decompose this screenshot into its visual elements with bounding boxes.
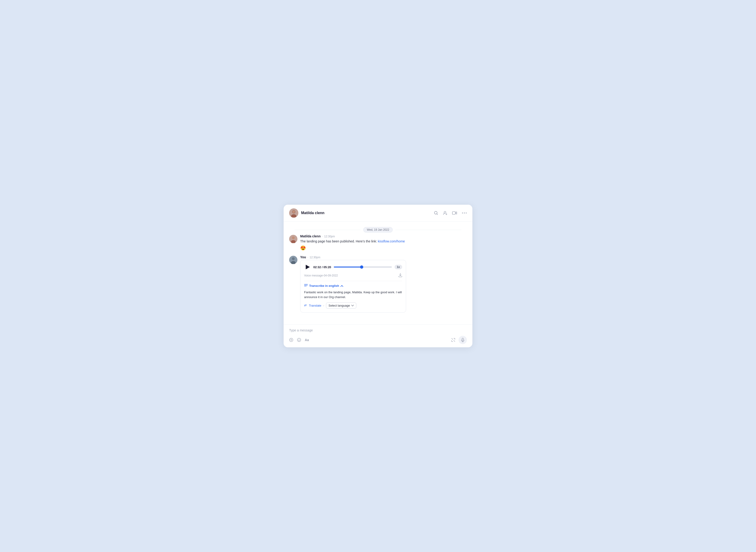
matilda-name: Matilda clenn [300,234,321,238]
message-row-you: You · 12:30pm 02:32 / 05:20 [289,255,467,312]
transcript-text: Fantastic work on the landing page, Mati… [304,290,402,300]
svg-rect-30 [462,338,463,340]
play-button[interactable] [304,264,311,270]
svg-point-18 [292,257,295,260]
matilda-message-text: The landing page has been published. Her… [300,239,467,244]
chevron-down-icon [351,304,354,307]
expand-icon[interactable] [451,338,455,342]
svg-point-3 [292,211,295,213]
language-label: Select language [328,304,350,307]
attach-icon[interactable] [289,338,293,342]
progress-bar[interactable] [334,267,392,268]
transcribe-row[interactable]: Transcribe in english [304,284,402,288]
transcribe-label: Transcribe in english [309,284,339,287]
toolbar-right [451,336,467,344]
chevron-up-icon [340,284,343,287]
text-format-icon[interactable]: Aa [305,338,309,342]
you-time: 12:30pm [310,256,320,259]
matilda-avatar [289,235,298,243]
progress-fill [334,267,362,268]
card-divider [304,281,402,281]
input-toolbar: Aa [289,336,467,344]
audio-player: 02:32 / 05:20 1x [304,264,402,270]
chat-header: Matilda clenn [284,205,472,222]
matilda-message-header: Matilda clenn · 12:30pm [300,234,467,238]
contact-name: Matilda clenn [301,211,434,215]
more-options-icon[interactable] [462,212,467,214]
svg-rect-10 [452,212,455,215]
transcribe-icon [304,284,308,288]
you-avatar [289,256,298,264]
progress-thumb [360,265,363,269]
svg-point-27 [298,338,301,342]
speed-button[interactable]: 1x [395,265,402,269]
svg-text:⇄: ⇄ [304,304,307,307]
messages-area: Wed, 19 Jan 2022 Matilda clenn · 12:30pm [284,222,472,324]
video-icon[interactable] [452,211,457,215]
svg-point-29 [300,339,300,340]
svg-point-28 [298,339,299,340]
translate-label: Translate [309,304,321,307]
chat-window: Matilda clenn [284,205,472,347]
svg-point-13 [466,213,467,214]
you-name: You [300,255,306,259]
header-actions [434,211,467,215]
translate-row: ⇄ Translate - Select language [304,302,402,309]
you-message-header: You · 12:30pm [300,255,467,259]
microphone-icon [461,338,464,342]
kissflow-link[interactable]: kissflow.com/home [378,240,405,243]
translate-icon: ⇄ [304,304,308,307]
emoji-icon[interactable] [297,338,301,342]
translate-dash: - [323,304,324,307]
voice-filename-row: Voice message-04-09-2022 [304,273,402,278]
message-input-placeholder[interactable]: Type a message [289,328,467,332]
svg-point-11 [462,213,463,214]
input-area: Type a message Aa [284,324,472,347]
message-row-matilda: Matilda clenn · 12:30pm The landing page… [289,234,467,251]
voice-filename: Voice message-04-09-2022 [304,274,338,277]
microphone-button[interactable] [458,336,467,344]
search-icon[interactable] [434,211,438,215]
matilda-message-emoji: 😍 [300,245,306,251]
voice-message-card: 02:32 / 05:20 1x Voice message-04-09-202… [300,260,406,312]
audio-time: 02:32 / 05:20 [313,265,331,269]
translate-button[interactable]: ⇄ Translate [304,304,321,307]
matilda-message-content: Matilda clenn · 12:30pm The landing page… [300,234,467,251]
language-selector[interactable]: Select language [326,302,356,309]
svg-point-15 [292,237,295,239]
date-badge: Wed, 19 Jan 2022 [363,227,393,233]
add-user-icon[interactable] [443,211,447,215]
you-message-content: You · 12:30pm 02:32 / 05:20 [300,255,467,312]
date-separator: Wed, 19 Jan 2022 [289,223,467,234]
svg-line-6 [437,214,438,215]
matilda-time: 12:30pm [324,235,335,238]
download-icon[interactable] [399,273,402,278]
play-triangle-icon [306,265,310,269]
svg-point-12 [464,213,465,214]
header-avatar [289,209,298,218]
svg-point-7 [444,212,446,213]
